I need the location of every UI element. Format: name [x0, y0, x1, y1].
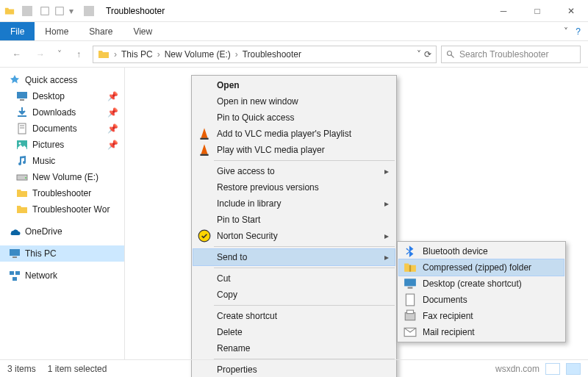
- details-view-button[interactable]: [545, 363, 560, 375]
- window-title: Troubleshooter: [106, 6, 165, 16]
- maximize-button[interactable]: □: [520, 0, 554, 22]
- desktop-icon: [16, 90, 28, 102]
- sendto-bluetooth[interactable]: Bluetooth device: [399, 243, 564, 259]
- sidebar-troubleshooter-wor[interactable]: Troubleshooter Wor: [0, 201, 124, 218]
- vlc-icon: [198, 143, 211, 157]
- forward-button[interactable]: →: [31, 45, 50, 64]
- help-icon[interactable]: ?: [576, 26, 581, 37]
- sidebar-onedrive[interactable]: OneDrive: [0, 223, 124, 240]
- watermark: wsxdn.com: [495, 364, 539, 374]
- dropdown-icon[interactable]: ▾: [69, 6, 76, 16]
- chevron-right-icon: ▸: [384, 198, 389, 209]
- drive-icon: [16, 171, 28, 183]
- star-icon: [9, 74, 21, 86]
- network-icon: [9, 270, 21, 281]
- sidebar-network[interactable]: Network: [0, 268, 124, 284]
- svg-rect-18: [12, 277, 17, 281]
- thumbnails-view-button[interactable]: [566, 363, 581, 375]
- ctx-pin-start[interactable]: Pin to Start: [193, 212, 395, 228]
- ctx-rename[interactable]: Rename: [193, 340, 395, 356]
- ctx-open-new-window[interactable]: Open in new window: [193, 93, 395, 109]
- pin-icon: 📌: [107, 107, 118, 118]
- view-tab[interactable]: View: [123, 22, 162, 40]
- svg-rect-19: [200, 138, 208, 140]
- address-row: ← → ˅ ↑ › This PC › New Volume (E:) › Tr…: [0, 41, 588, 68]
- svg-rect-20: [200, 154, 208, 156]
- fax-icon: [404, 309, 417, 323]
- mail-icon: [404, 326, 417, 339]
- file-tab[interactable]: File: [0, 22, 35, 40]
- onedrive-icon: [9, 226, 21, 237]
- downloads-icon: [16, 107, 28, 118]
- sidebar-quick-access[interactable]: Quick access: [0, 72, 124, 88]
- ctx-restore-previous[interactable]: Restore previous versions: [193, 179, 395, 195]
- pc-icon: [9, 248, 21, 259]
- ctx-norton[interactable]: Norton Security▸: [193, 228, 395, 244]
- chevron-right-icon: ▸: [384, 231, 389, 241]
- sendto-desktop-shortcut[interactable]: Desktop (create shortcut): [399, 276, 564, 292]
- recent-dropdown[interactable]: ˅: [54, 45, 65, 64]
- sidebar-this-pc[interactable]: This PC: [0, 245, 124, 262]
- sidebar-desktop[interactable]: Desktop📌: [0, 88, 124, 104]
- share-tab[interactable]: Share: [79, 22, 123, 40]
- history-dropdown-icon[interactable]: ˅: [417, 49, 421, 60]
- svg-rect-5: [20, 99, 24, 101]
- svg-rect-1: [56, 7, 64, 15]
- svg-rect-7: [18, 123, 26, 134]
- ctx-vlc-play[interactable]: Play with VLC media player: [193, 142, 395, 158]
- pin-icon: 📌: [107, 140, 118, 150]
- sendto-compressed[interactable]: Compressed (zipped) folder: [399, 259, 564, 276]
- breadcrumb[interactable]: Troubleshooter: [243, 49, 301, 60]
- svg-point-11: [19, 143, 21, 145]
- sidebar-documents[interactable]: Documents📌: [0, 121, 124, 137]
- context-menu: Open Open in new window Pin to Quick acc…: [191, 75, 397, 377]
- sidebar-troubleshooter[interactable]: Troubleshooter: [0, 185, 124, 201]
- home-tab[interactable]: Home: [35, 22, 79, 40]
- sendto-documents[interactable]: Documents: [399, 292, 564, 308]
- folder-icon: [16, 187, 28, 199]
- ctx-copy[interactable]: Copy: [193, 287, 395, 303]
- address-bar[interactable]: › This PC › New Volume (E:) › Troublesho…: [93, 46, 437, 63]
- sidebar-new-volume[interactable]: New Volume (E:): [0, 169, 124, 185]
- ctx-include-library[interactable]: Include in library▸: [193, 195, 395, 212]
- checkbox-icon[interactable]: [54, 6, 65, 16]
- ctx-open[interactable]: Open: [193, 77, 395, 93]
- ctx-vlc-playlist[interactable]: Add to VLC media player's Playlist: [193, 126, 395, 142]
- back-button[interactable]: ←: [7, 45, 26, 64]
- sidebar: Quick access Desktop📌 Downloads📌 Documen…: [0, 68, 125, 359]
- svg-point-13: [25, 177, 26, 179]
- ctx-give-access[interactable]: Give access to▸: [193, 163, 395, 179]
- pin-icon: 📌: [107, 91, 118, 101]
- folder-icon: [98, 49, 110, 60]
- sidebar-pictures[interactable]: Pictures📌: [0, 137, 124, 153]
- ctx-send-to[interactable]: Send to▸: [193, 249, 395, 265]
- checkbox-icon[interactable]: [40, 6, 50, 16]
- breadcrumb[interactable]: This PC: [121, 49, 153, 60]
- folder-icon: [16, 204, 28, 215]
- refresh-icon[interactable]: ⟳: [424, 49, 431, 60]
- svg-rect-0: [41, 7, 49, 15]
- svg-point-2: [448, 51, 452, 55]
- svg-rect-24: [408, 287, 413, 289]
- sendto-fax[interactable]: Fax recipient: [399, 308, 564, 324]
- sidebar-downloads[interactable]: Downloads📌: [0, 104, 124, 121]
- ctx-pin-quick-access[interactable]: Pin to Quick access: [193, 109, 395, 126]
- expand-ribbon-icon[interactable]: ˅: [564, 26, 568, 37]
- ctx-create-shortcut[interactable]: Create shortcut: [193, 308, 395, 324]
- svg-rect-17: [15, 271, 20, 275]
- close-button[interactable]: ✕: [554, 0, 588, 22]
- svg-rect-27: [407, 310, 414, 314]
- ctx-cut[interactable]: Cut: [193, 270, 395, 287]
- documents-icon: [16, 123, 28, 134]
- norton-icon: [198, 229, 211, 243]
- ctx-delete[interactable]: Delete: [193, 324, 395, 340]
- sidebar-music[interactable]: Music: [0, 153, 124, 169]
- sendto-mail[interactable]: Mail recipient: [399, 324, 564, 340]
- zip-folder-icon: [404, 261, 417, 274]
- minimize-button[interactable]: ─: [487, 0, 520, 22]
- up-button[interactable]: ↑: [69, 45, 88, 64]
- search-input[interactable]: Search Troubleshooter: [441, 46, 581, 63]
- breadcrumb[interactable]: New Volume (E:): [165, 49, 231, 60]
- desktop-icon: [404, 277, 417, 290]
- svg-rect-4: [17, 92, 27, 98]
